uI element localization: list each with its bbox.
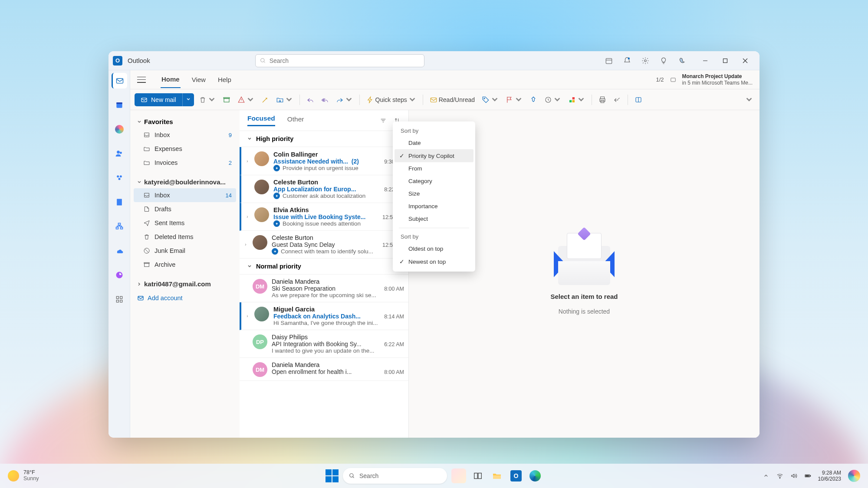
hamburger-button[interactable] bbox=[137, 77, 146, 83]
delete-button[interactable] bbox=[197, 94, 218, 105]
tab-home[interactable]: Home bbox=[161, 71, 181, 88]
sort-date[interactable]: Date bbox=[395, 137, 473, 149]
expand-chevron-icon[interactable]: › bbox=[245, 306, 250, 326]
battery-icon[interactable] bbox=[804, 472, 811, 479]
new-mail-button[interactable]: New mail bbox=[135, 93, 182, 106]
tab-view[interactable]: View bbox=[191, 72, 207, 88]
volume-icon[interactable] bbox=[790, 472, 797, 479]
search-input[interactable] bbox=[270, 57, 420, 64]
reply-button[interactable] bbox=[304, 94, 316, 105]
gear-icon[interactable] bbox=[641, 57, 649, 65]
sort-oldest[interactable]: Oldest on top bbox=[395, 242, 473, 255]
message-item[interactable]: DM Daniela Mandera Open enrollment for h… bbox=[240, 358, 408, 381]
read-unread-button[interactable]: Read/Unread bbox=[427, 94, 477, 105]
sort-importance[interactable]: Importance bbox=[395, 200, 473, 213]
move-button[interactable] bbox=[274, 94, 295, 105]
clock[interactable]: 9:28 AM10/6/2023 bbox=[818, 470, 841, 482]
group-high-priority[interactable]: High priority bbox=[240, 131, 408, 147]
tab-help[interactable]: Help bbox=[217, 72, 232, 88]
expand-chevron-icon[interactable]: › bbox=[243, 234, 248, 255]
expand-chevron-icon[interactable]: › bbox=[245, 151, 250, 171]
sort-newest[interactable]: ✓Newest on top bbox=[395, 255, 473, 268]
rail-org[interactable] bbox=[112, 219, 127, 234]
sort-size[interactable]: Size bbox=[395, 187, 473, 200]
snooze-button[interactable] bbox=[542, 94, 563, 105]
weather-widget[interactable]: 78°FSunny bbox=[8, 470, 39, 482]
pin-button[interactable] bbox=[527, 94, 539, 105]
bell-icon[interactable] bbox=[623, 57, 631, 65]
message-item[interactable]: Celeste Burton App Localization for Euro… bbox=[240, 175, 408, 203]
maximize-button[interactable] bbox=[715, 51, 735, 70]
taskbar-search[interactable]: Search bbox=[343, 468, 447, 484]
rail-calendar[interactable] bbox=[112, 97, 127, 113]
tb-app-edge[interactable] bbox=[528, 468, 542, 483]
minimize-button[interactable] bbox=[695, 51, 715, 70]
tb-app-explorer[interactable] bbox=[490, 468, 504, 483]
nav-inbox-fav[interactable]: Inbox9 bbox=[134, 128, 236, 142]
message-item[interactable]: › Elvia Atkins Issue with Live Booking S… bbox=[240, 203, 408, 231]
tb-app-outlook[interactable]: O bbox=[509, 468, 523, 483]
rail-more[interactable] bbox=[112, 291, 127, 307]
reminder-card[interactable]: Monarch Project Update in 5 min Microsof… bbox=[682, 73, 753, 86]
message-item[interactable]: DM Daniela Mandera Ski Season Preparatio… bbox=[240, 275, 408, 302]
copilot-icon[interactable] bbox=[678, 57, 686, 65]
search-box[interactable] bbox=[255, 54, 424, 67]
tb-app-taskview[interactable] bbox=[470, 468, 485, 483]
collapse-ribbon-button[interactable] bbox=[743, 94, 755, 105]
nav-sent[interactable]: Sent Items bbox=[134, 216, 236, 230]
flag-button[interactable] bbox=[503, 94, 525, 105]
lightbulb-icon[interactable] bbox=[660, 57, 667, 65]
rail-onedrive[interactable] bbox=[112, 243, 127, 259]
nav-archive[interactable]: Archive bbox=[134, 258, 236, 272]
rail-groups[interactable] bbox=[112, 170, 127, 186]
quick-steps-button[interactable]: Quick steps bbox=[364, 94, 418, 105]
rail-loop[interactable] bbox=[112, 267, 127, 283]
nav-expenses[interactable]: Expenses bbox=[134, 142, 236, 156]
sort-priority-copilot[interactable]: ✓Priority by Copilot bbox=[395, 149, 473, 162]
nav-invoices[interactable]: Invoices2 bbox=[134, 156, 236, 170]
message-item[interactable]: › Colin Ballinger@ Assistance Needed wit… bbox=[240, 147, 408, 175]
add-account-button[interactable]: Add account bbox=[134, 290, 236, 306]
rail-people[interactable] bbox=[112, 146, 127, 161]
taskbar-copilot-icon[interactable] bbox=[848, 470, 860, 482]
new-mail-dropdown[interactable] bbox=[182, 93, 194, 106]
expand-chevron-icon[interactable]: › bbox=[245, 206, 250, 227]
start-button[interactable] bbox=[326, 469, 339, 482]
category-button[interactable] bbox=[566, 94, 587, 105]
wifi-icon[interactable] bbox=[776, 472, 783, 479]
reply-all-button[interactable] bbox=[319, 94, 331, 105]
sweep-button[interactable] bbox=[259, 94, 271, 105]
filter-icon[interactable] bbox=[380, 117, 387, 124]
sort-category[interactable]: Category bbox=[395, 175, 473, 187]
message-item[interactable]: DP Daisy Philips API Integration with Bo… bbox=[240, 330, 408, 358]
nav-drafts[interactable]: Drafts bbox=[134, 202, 236, 216]
tb-app-1[interactable] bbox=[451, 468, 466, 483]
sort-subject[interactable]: Subject bbox=[395, 213, 473, 225]
archive-button[interactable] bbox=[220, 94, 233, 105]
tab-focused[interactable]: Focused bbox=[247, 115, 275, 126]
more-ribbon-button[interactable] bbox=[647, 94, 659, 105]
account1-header[interactable]: katyreid@boulderinnova... bbox=[134, 176, 236, 188]
forward-button[interactable] bbox=[334, 94, 355, 105]
message-item[interactable]: › Celeste Burton Guest Data Sync Delay12… bbox=[240, 231, 408, 259]
immersive-reader-button[interactable] bbox=[632, 94, 644, 105]
nav-junk[interactable]: Junk Email bbox=[134, 244, 236, 258]
rail-mail[interactable] bbox=[112, 73, 127, 88]
rail-files[interactable] bbox=[112, 194, 127, 210]
calendar-day-icon[interactable] bbox=[605, 57, 613, 65]
tab-other[interactable]: Other bbox=[287, 115, 304, 126]
tag-button[interactable] bbox=[480, 94, 501, 105]
favorites-header[interactable]: Favorites bbox=[134, 115, 236, 128]
nav-deleted[interactable]: Deleted Items bbox=[134, 230, 236, 244]
group-normal-priority[interactable]: Normal priority bbox=[240, 259, 408, 275]
close-button[interactable] bbox=[735, 51, 755, 70]
undo-button[interactable] bbox=[611, 94, 623, 105]
nav-inbox-account1[interactable]: Inbox14 bbox=[134, 188, 236, 202]
tray-chevron-icon[interactable] bbox=[763, 472, 769, 479]
account2-header[interactable]: katri0487@gmail.com bbox=[134, 278, 236, 290]
message-item[interactable]: › Miguel Garcia Feedback on Analytics Da… bbox=[240, 302, 408, 330]
report-button[interactable] bbox=[235, 94, 256, 105]
sort-from[interactable]: From bbox=[395, 162, 473, 175]
print-button[interactable] bbox=[596, 94, 608, 105]
rail-copilot[interactable] bbox=[112, 121, 127, 137]
